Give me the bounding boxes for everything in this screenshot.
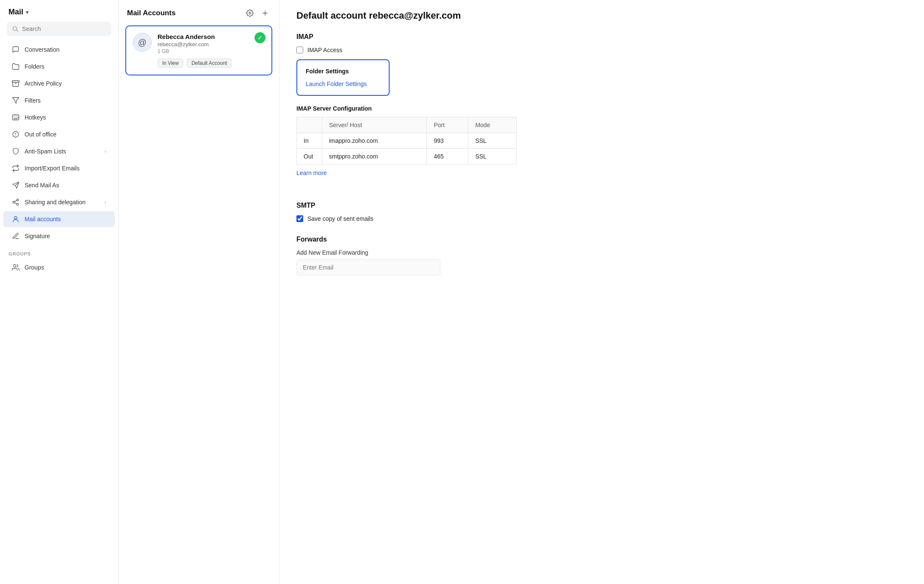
row-server-in: imappro.zoho.com — [322, 133, 427, 149]
row-port-in: 993 — [427, 133, 468, 149]
table-row-in: In imappro.zoho.com 993 SSL — [297, 133, 517, 149]
svg-point-17 — [14, 264, 16, 267]
svg-line-1 — [17, 30, 18, 32]
save-copy-label[interactable]: Save copy of sent emails — [307, 215, 373, 222]
nav-item-folders[interactable]: Folders — [3, 58, 115, 75]
imap-access-label[interactable]: IMAP Access — [307, 47, 342, 53]
row-direction-out: Out — [297, 149, 322, 164]
nav-label-sharing: Sharing and delegation — [25, 199, 86, 206]
nav-label-mail-accounts: Mail accounts — [25, 216, 61, 222]
nav-label-signature: Signature — [25, 233, 50, 239]
sharing-chevron: ‹ — [105, 200, 106, 205]
nav-label-groups: Groups — [25, 264, 44, 271]
nav-item-signature[interactable]: Signature — [3, 228, 115, 244]
nav-item-out-of-office[interactable]: Out of office — [3, 126, 115, 142]
smtp-checkbox-row: Save copy of sent emails — [296, 215, 907, 222]
account-tags: In View Default Account — [158, 58, 265, 68]
account-check-icon: ✓ — [255, 32, 266, 43]
row-mode-out: SSL — [468, 149, 517, 164]
imap-access-checkbox[interactable] — [296, 47, 303, 53]
table-header-port: Port — [427, 117, 468, 133]
imap-server-table: Server/ Host Port Mode In imappro.zoho.c… — [296, 117, 517, 164]
nav-item-hotkeys[interactable]: Hotkeys — [3, 109, 115, 125]
email-forwarding-input[interactable] — [296, 259, 440, 275]
groups-label: GROUPS — [0, 245, 118, 259]
table-row-out: Out smtppro.zoho.com 465 SSL — [297, 149, 517, 164]
import-export-icon — [12, 164, 19, 172]
table-header-server: Server/ Host — [322, 117, 427, 133]
nav-label-conversation: Conversation — [25, 46, 60, 53]
nav-item-conversation[interactable]: Conversation — [3, 42, 115, 58]
nav-item-archive-policy[interactable]: Archive Policy — [3, 75, 115, 92]
save-copy-checkbox[interactable] — [296, 215, 303, 222]
table-header-direction — [297, 117, 322, 133]
nav-item-mail-accounts[interactable]: Mail accounts — [3, 211, 115, 227]
folder-settings-box: Folder Settings Launch Folder Settings — [296, 59, 390, 96]
search-box[interactable] — [7, 22, 111, 36]
folders-icon — [12, 63, 19, 70]
sharing-icon — [12, 198, 19, 206]
anti-spam-chevron: ‹ — [105, 149, 106, 154]
send-mail-icon — [12, 181, 19, 189]
learn-more-link[interactable]: Learn more — [296, 170, 327, 176]
add-account-button[interactable] — [260, 8, 271, 19]
nav-item-groups[interactable]: Groups — [3, 259, 115, 275]
conversation-icon — [12, 46, 19, 53]
search-icon — [12, 25, 19, 33]
svg-marker-4 — [13, 97, 19, 103]
nav-label-import-export: Import/Export Emails — [25, 165, 80, 172]
nav-item-sharing[interactable]: Sharing and delegation ‹ — [3, 194, 115, 210]
smtp-section: SMTP Save copy of sent emails — [296, 202, 907, 222]
nav-label-anti-spam: Anti-Spam Lists — [25, 148, 66, 155]
imap-server-config-heading: IMAP Server Configuration — [296, 105, 907, 112]
middle-header-actions — [244, 8, 271, 19]
account-card[interactable]: @ Rebecca Anderson rebecca@zylker.com 1 … — [125, 25, 272, 75]
nav-item-filters[interactable]: Filters — [3, 92, 115, 108]
forwards-section: Forwards Add New Email Forwarding — [296, 236, 907, 275]
mail-accounts-icon — [12, 215, 19, 223]
gear-icon — [246, 9, 254, 17]
account-name: Rebecca Anderson — [158, 33, 265, 40]
nav-label-out-of-office: Out of office — [25, 131, 56, 138]
row-server-out: smtppro.zoho.com — [322, 149, 427, 164]
imap-section: IMAP IMAP Access Folder Settings Launch … — [296, 33, 907, 188]
account-tag-in-view: In View — [158, 58, 183, 68]
app-title-text: Mail — [8, 8, 23, 17]
row-port-out: 465 — [427, 149, 468, 164]
sidebar: Mail ▾ Conversation Folders Archive Poli… — [0, 0, 119, 584]
app-title-chevron: ▾ — [26, 9, 28, 15]
imap-heading: IMAP — [296, 33, 907, 41]
row-mode-in: SSL — [468, 133, 517, 149]
folder-settings-title: Folder Settings — [306, 68, 380, 75]
out-of-office-icon — [12, 131, 19, 138]
middle-panel-title: Mail Accounts — [127, 9, 176, 17]
app-title[interactable]: Mail ▾ — [0, 0, 118, 22]
smtp-heading: SMTP — [296, 202, 907, 209]
launch-folder-settings-link[interactable]: Launch Folder Settings — [306, 81, 367, 87]
account-size: 1 GB — [158, 48, 265, 54]
account-email: rebecca@zylker.com — [158, 41, 265, 47]
nav-item-import-export[interactable]: Import/Export Emails — [3, 160, 115, 176]
nav-item-send-mail-as[interactable]: Send Mail As — [3, 177, 115, 193]
svg-rect-2 — [12, 81, 19, 82]
account-avatar: @ — [133, 33, 152, 52]
main-panel: Default account rebecca@zylker.com IMAP … — [279, 0, 924, 584]
svg-point-18 — [249, 12, 251, 14]
groups-icon — [12, 264, 19, 271]
main-panel-title: Default account rebecca@zylker.com — [296, 10, 907, 21]
filters-icon — [12, 97, 19, 104]
settings-button[interactable] — [244, 8, 255, 19]
account-tag-default: Default Account — [187, 58, 232, 68]
search-input[interactable] — [22, 25, 106, 32]
imap-access-row: IMAP Access — [296, 47, 907, 53]
row-direction-in: In — [297, 133, 322, 149]
forwards-heading: Forwards — [296, 236, 907, 243]
nav-label-send-mail-as: Send Mail As — [25, 182, 59, 189]
add-forwarding-label: Add New Email Forwarding — [296, 249, 907, 256]
nav-label-filters: Filters — [25, 97, 41, 104]
signature-icon — [12, 232, 19, 240]
nav-item-anti-spam[interactable]: Anti-Spam Lists ‹ — [3, 143, 115, 159]
middle-panel: Mail Accounts @ Rebecca Anderson rebecca… — [119, 0, 279, 584]
svg-line-14 — [14, 203, 17, 204]
nav-label-hotkeys: Hotkeys — [25, 114, 46, 121]
